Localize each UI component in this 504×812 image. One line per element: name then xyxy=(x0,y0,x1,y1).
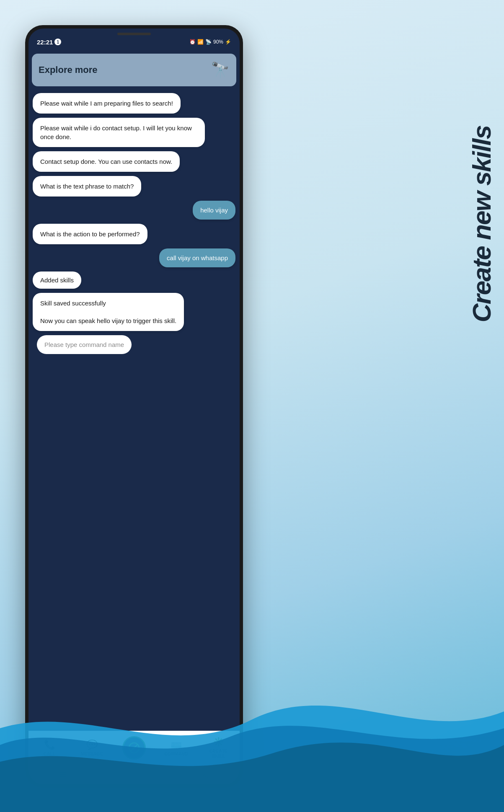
binoculars-icon: 🔭 xyxy=(211,61,230,79)
chat-area: Please wait while I am preparing files t… xyxy=(28,89,240,731)
battery-text: 90% xyxy=(213,39,223,45)
command-placeholder: Please type command name xyxy=(44,341,124,348)
phone-frame: 22:21 1 ⏰ 📶 📡 90% ⚡ Explore more 🔭 Pleas… xyxy=(25,25,243,788)
bot-message-6: Skill saved successfully Now you can spe… xyxy=(33,293,184,331)
status-bar: 22:21 1 ⏰ 📶 📡 90% ⚡ xyxy=(28,33,240,51)
speaker xyxy=(117,33,151,35)
command-input[interactable]: Please type command name xyxy=(37,335,132,354)
status-icons: ⏰ 📶 📡 90% ⚡ xyxy=(189,39,231,45)
bot-message-5: What is the action to be performed? xyxy=(33,224,147,244)
alarm-icon: ⏰ xyxy=(189,39,196,45)
wave-decoration xyxy=(0,678,504,812)
notification-badge: 1 xyxy=(54,39,61,45)
bot-message-4: What is the text phrase to match? xyxy=(33,176,141,197)
added-skills-bubble: Added skills xyxy=(33,272,81,289)
bot-message-1: Please wait while I am preparing files t… xyxy=(33,93,181,114)
wifi-icon: 📶 xyxy=(197,39,204,45)
phone-inner: 22:21 1 ⏰ 📶 📡 90% ⚡ Explore more 🔭 Pleas… xyxy=(28,28,240,784)
explore-header[interactable]: Explore more 🔭 xyxy=(32,54,236,86)
status-time: 22:21 1 xyxy=(37,39,61,46)
side-heading: Create new skills xyxy=(467,126,496,322)
battery-icon: ⚡ xyxy=(225,39,231,45)
time-display: 22:21 xyxy=(37,39,53,46)
bot-message-3: Contact setup done. You can use contacts… xyxy=(33,151,180,172)
bot-message-2: Please wait while i do contact setup. I … xyxy=(33,118,205,147)
explore-title: Explore more xyxy=(39,65,98,75)
user-message-1: hello vijay xyxy=(193,201,235,220)
signal-icon: 📡 xyxy=(205,39,212,45)
user-message-2: call vijay on whatsapp xyxy=(159,248,235,267)
